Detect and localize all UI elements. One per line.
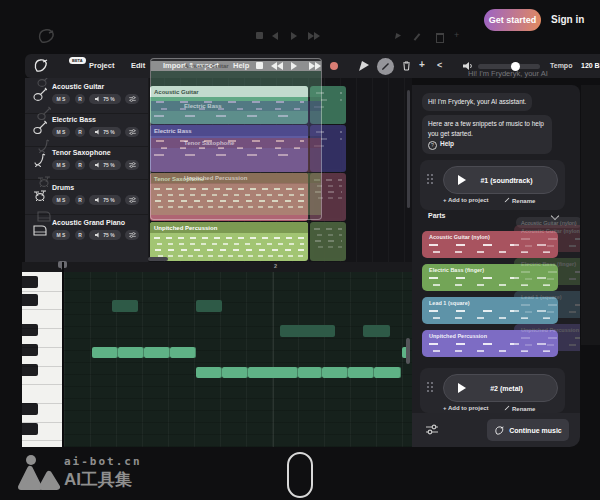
volume-pill[interactable]: 75 %: [89, 230, 121, 240]
track-settings-button[interactable]: [125, 160, 139, 170]
help-link[interactable]: ?Help: [428, 140, 454, 147]
volume-pill[interactable]: 75 %: [89, 160, 121, 170]
add-tool-button[interactable]: +: [419, 59, 425, 70]
record-arm-button[interactable]: R: [75, 127, 85, 137]
pencil-tool-button[interactable]: [377, 58, 394, 75]
midi-note[interactable]: [196, 367, 222, 378]
clip-acoustic-guitar[interactable]: Acoustic Guitar: [150, 86, 308, 124]
track-settings-button[interactable]: [125, 230, 139, 240]
speaker-icon: [95, 197, 101, 203]
piano-roll-vscrollbar[interactable]: [406, 338, 410, 364]
menu-item-import-export[interactable]: Import & export: [163, 61, 219, 70]
menu-item-edit[interactable]: Edit: [131, 61, 145, 70]
app-page: + Get started Sign in BETA ProjectEditIm…: [0, 0, 600, 500]
black-key[interactable]: [22, 344, 38, 356]
snippet-play-pill[interactable]: #2 (metal): [443, 374, 558, 402]
drag-handle-icon[interactable]: [427, 382, 429, 384]
arrangement-hscrollbar[interactable]: [148, 257, 168, 261]
record-arm-button[interactable]: R: [75, 230, 85, 240]
record-arm-button[interactable]: R: [75, 94, 85, 104]
piano-roll-grid[interactable]: [64, 272, 412, 447]
mute-solo-buttons[interactable]: M S: [52, 230, 70, 240]
ghost-part-row: Electric Bass (finger): [514, 258, 580, 285]
midi-note-ghost[interactable]: [196, 300, 222, 312]
drums-icon: [37, 174, 51, 188]
mute-solo-buttons[interactable]: M S: [52, 94, 70, 104]
record-arm-button[interactable]: R: [75, 195, 85, 205]
clip-electric-bass[interactable]: Electric Bass: [150, 125, 308, 172]
midi-note[interactable]: [298, 367, 322, 378]
play-button[interactable]: [291, 62, 297, 70]
rewind-button[interactable]: [271, 62, 283, 70]
midi-note-ghost[interactable]: [363, 325, 390, 337]
get-started-button[interactable]: Get started: [484, 9, 541, 31]
black-key[interactable]: [22, 276, 38, 288]
fast-forward-button[interactable]: [309, 62, 321, 70]
snippet-play-pill[interactable]: #1 (soundtrack): [443, 166, 558, 194]
clip-continuation[interactable]: [310, 86, 346, 124]
midi-note[interactable]: [322, 367, 348, 378]
drag-handle-icon[interactable]: [427, 174, 429, 176]
track-name: Acoustic Guitar: [52, 83, 104, 90]
tempo-value[interactable]: 120 BPM: [581, 62, 600, 69]
rename-button[interactable]: Rename: [504, 197, 535, 204]
midi-note[interactable]: [222, 367, 248, 378]
clip-continuation[interactable]: [310, 125, 346, 172]
black-key[interactable]: [22, 294, 38, 306]
stop-button[interactable]: [256, 62, 263, 69]
volume-value: 75 %: [103, 129, 114, 135]
midi-note[interactable]: [348, 367, 374, 378]
menu-item-help[interactable]: Help: [233, 61, 249, 70]
mute-solo-buttons[interactable]: M S: [52, 195, 70, 205]
black-key[interactable]: [22, 403, 38, 415]
volume-pill[interactable]: 75 %: [89, 195, 121, 205]
arrangement-vscrollbar[interactable]: [407, 90, 410, 208]
add-to-project-button[interactable]: + Add to project: [443, 405, 489, 411]
track-settings-button[interactable]: [125, 94, 139, 104]
settings-sliders-icon[interactable]: [426, 424, 438, 435]
piano-keyboard[interactable]: C5 C4: [22, 272, 62, 447]
ghost-plus-icon: +: [454, 30, 459, 40]
arrangement-area[interactable]: Acoustic GuitarElectric BassTenor Saxoph…: [148, 78, 412, 262]
midi-note[interactable]: [118, 347, 144, 358]
black-key[interactable]: [22, 324, 38, 336]
black-key[interactable]: [22, 423, 38, 435]
clip-tenor-saxophone[interactable]: Tenor Saxophone: [150, 173, 308, 221]
midi-note-ghost[interactable]: [280, 325, 335, 337]
delete-tool-button[interactable]: [402, 61, 411, 71]
record-arm-button[interactable]: R: [75, 160, 85, 170]
record-button[interactable]: [330, 62, 338, 70]
track-settings-button[interactable]: [125, 127, 139, 137]
pencil-icon: [504, 405, 510, 411]
ghost-trash-icon: [436, 33, 444, 43]
track-settings-button[interactable]: [125, 195, 139, 205]
collapse-left-button[interactable]: <: [437, 60, 442, 70]
piano-roll-ruler[interactable]: 2: [22, 262, 412, 272]
clip-unpitched-percussion[interactable]: Unpitched Percussion: [150, 222, 308, 261]
saxophone-icon: [33, 153, 47, 167]
pointer-tool-button[interactable]: [359, 61, 369, 71]
ghost-pin-icon: [395, 33, 401, 39]
midi-note[interactable]: [144, 347, 170, 358]
midi-note[interactable]: [248, 367, 298, 378]
menu-item-project[interactable]: Project: [89, 61, 114, 70]
midi-note[interactable]: [92, 347, 118, 358]
sliders-icon: [129, 96, 136, 102]
add-to-project-button[interactable]: + Add to project: [443, 197, 489, 203]
mute-solo-buttons[interactable]: M S: [52, 127, 70, 137]
rename-button[interactable]: Rename: [504, 405, 535, 412]
midi-note[interactable]: [170, 347, 196, 358]
volume-pill[interactable]: 75 %: [89, 94, 121, 104]
clip-continuation[interactable]: [310, 173, 346, 221]
parts-section-header[interactable]: Parts: [428, 212, 446, 219]
track-row-piano[interactable]: Acoustic Grand PianoM SR75 %: [25, 216, 148, 249]
clip-continuation[interactable]: [310, 222, 346, 261]
midi-note[interactable]: [374, 367, 401, 378]
mute-solo-buttons[interactable]: M S: [52, 160, 70, 170]
sign-in-button[interactable]: Sign in: [551, 14, 584, 25]
midi-note-ghost[interactable]: [112, 300, 138, 312]
white-key-separator: [22, 366, 62, 367]
pencil-icon: [504, 197, 510, 203]
continue-music-button[interactable]: Continue music: [487, 419, 569, 441]
volume-pill[interactable]: 75 %: [89, 127, 121, 137]
